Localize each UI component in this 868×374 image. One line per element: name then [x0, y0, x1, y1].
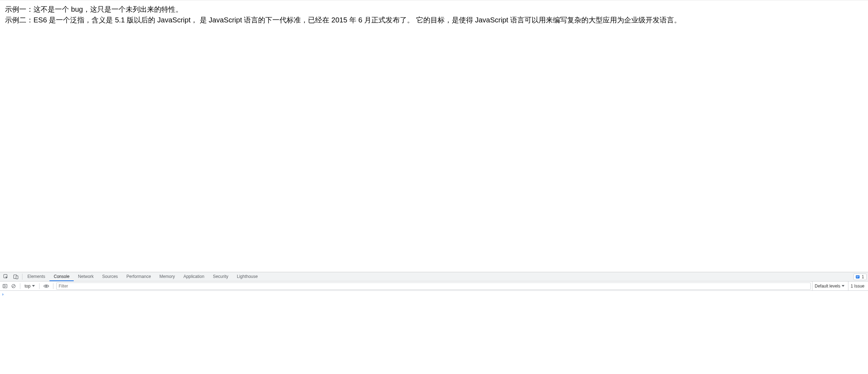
chevron-down-icon — [842, 285, 845, 287]
svg-point-10 — [46, 285, 47, 287]
svg-rect-5 — [857, 277, 858, 277]
log-levels-label: Default levels — [815, 284, 840, 289]
console-sidebar-toggle-icon[interactable] — [1, 283, 9, 290]
execution-context-label: top — [25, 284, 31, 289]
tab-elements[interactable]: Elements — [23, 272, 49, 281]
live-expression-icon[interactable] — [42, 283, 50, 290]
tab-network[interactable]: Network — [74, 272, 98, 281]
toolbar-separator — [20, 283, 20, 289]
page-content: 示例一：这不是一个 bug，这只是一个未列出来的特性。 示例二：ES6 是一个泛… — [0, 0, 868, 272]
inspect-element-icon[interactable] — [2, 273, 9, 280]
console-output[interactable]: › — [0, 291, 868, 374]
tab-console[interactable]: Console — [49, 272, 74, 281]
issues-link[interactable]: 1 Issue — [848, 281, 867, 290]
log-levels-selector[interactable]: Default levels — [812, 281, 847, 290]
issues-badge-count: 1 — [862, 274, 864, 279]
tab-security[interactable]: Security — [209, 272, 232, 281]
svg-rect-6 — [3, 284, 7, 288]
toolbar-separator — [39, 283, 40, 289]
issues-badge[interactable]: 1 — [853, 274, 867, 280]
device-toolbar-icon[interactable] — [12, 273, 19, 280]
toolbar-separator — [53, 283, 53, 289]
tab-performance[interactable]: Performance — [122, 272, 155, 281]
devtools-panel: Elements Console Network Sources Perform… — [0, 272, 868, 374]
devtools-tabbar: Elements Console Network Sources Perform… — [0, 272, 868, 281]
clear-console-icon[interactable] — [10, 283, 17, 290]
svg-rect-2 — [16, 276, 18, 279]
example-line-2: 示例二：ES6 是一个泛指，含义是 5.1 版以后的 JavaScript， 是… — [5, 15, 863, 25]
chevron-down-icon — [32, 285, 35, 287]
tab-memory[interactable]: Memory — [155, 272, 179, 281]
issues-link-label: 1 Issue — [851, 284, 864, 289]
tab-lighthouse[interactable]: Lighthouse — [232, 272, 262, 281]
console-prompt-line[interactable]: › — [0, 291, 868, 298]
console-prompt-icon: › — [2, 292, 4, 297]
devtools-tabbar-right: 1 — [853, 272, 868, 281]
devtools-tabs: Elements Console Network Sources Perform… — [23, 272, 262, 281]
console-filter-input[interactable] — [56, 283, 811, 290]
tabbar-separator — [22, 274, 22, 280]
execution-context-selector[interactable]: top — [23, 283, 36, 289]
tab-application[interactable]: Application — [179, 272, 209, 281]
example-line-1: 示例一：这不是一个 bug，这只是一个未列出来的特性。 — [5, 4, 863, 15]
devtools-tabbar-left — [0, 272, 21, 281]
console-toolbar: top Default levels 1 Issue — [0, 281, 868, 291]
svg-line-9 — [12, 285, 15, 287]
issues-icon — [855, 274, 860, 279]
tab-sources[interactable]: Sources — [98, 272, 122, 281]
svg-rect-4 — [857, 276, 859, 276]
svg-rect-3 — [856, 275, 860, 278]
